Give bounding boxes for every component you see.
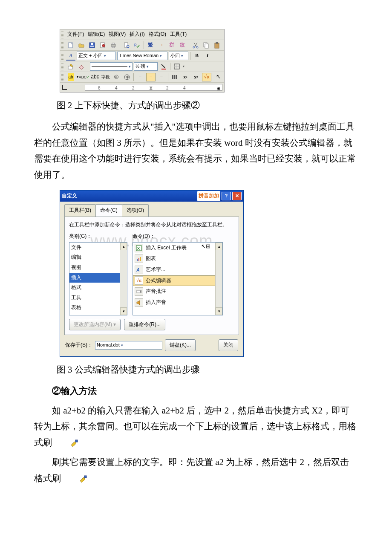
permission-icon[interactable] [98,41,107,49]
modify-selection-button[interactable]: 更改所选内容(M) ▾ [69,319,121,331]
separator [133,73,134,81]
scrollbar[interactable]: ▴ ▾ [120,243,127,315]
eraser-icon[interactable] [77,62,86,71]
category-label: 类别(G)： [69,232,127,241]
toolbar-handle[interactable] [61,63,63,70]
print-preview-icon[interactable] [122,41,131,49]
category-item[interactable]: 编辑 [69,252,127,263]
equation-icon: √α [135,276,143,285]
paste-icon[interactable] [212,41,222,49]
highlight-equals-icon[interactable]: = [146,73,156,81]
dropdown-arrow-icon[interactable]: ▾ [77,74,78,80]
trad-simp-button[interactable]: 繁 [146,41,155,49]
menu-tools[interactable]: 工具(T) [169,29,188,40]
scroll-down-icon[interactable]: ▾ [216,307,222,315]
word-count-icon[interactable]: 字数 [101,73,110,81]
strikethrough-icon[interactable]: abc [90,73,100,81]
command-item[interactable]: 声音批注 [133,286,222,297]
char-shading-icon[interactable]: 字 [122,73,132,81]
separator [120,41,120,49]
category-item[interactable]: Web [69,313,127,315]
category-item[interactable]: 表格 [69,303,127,313]
font-size-combo[interactable]: 小四 [169,52,188,60]
ruler-number: 4 [183,84,186,92]
toolbar-handle[interactable] [61,73,63,81]
category-item[interactable]: 格式 [69,283,127,293]
rearrange-commands-button[interactable]: 重排命令(R)... [124,319,165,331]
menu-edit[interactable]: 编辑(E) [86,29,106,40]
line-weight-combo[interactable]: ½ 磅 [134,62,158,71]
help-button[interactable]: ? [222,192,231,200]
insert-table-icon[interactable]: ⊞ [216,84,220,93]
spellcheck-icon[interactable]: Ꮢ [133,41,142,49]
category-listbox[interactable]: 文件 编辑 视图 插入 格式 工具 表格 Web 窗口和帮助 绘图 自选图形 ▴ [69,242,127,315]
close-button[interactable]: 关闭 [219,339,238,351]
toolbar-handle[interactable] [61,52,63,60]
menu-view[interactable]: 视图(V) [107,29,127,40]
dropdown-arrow-icon[interactable]: ▾ [183,64,184,69]
enclose-char-icon[interactable]: ⓐ [112,73,121,81]
indent-marker-icon[interactable]: ⧗ [149,84,153,93]
svg-rect-28 [176,75,177,79]
word-toolbar-screenshot: 文件(F) 编辑(E) 视图(V) 插入(I) 格式(O) 工具(T) [60,29,225,92]
italic-button[interactable]: I [203,52,212,60]
phonetic-icon[interactable]: 拼 [167,41,176,49]
save-icon[interactable] [87,41,97,49]
command-item[interactable]: A 艺术字... [133,264,222,275]
new-doc-icon[interactable] [66,41,75,49]
toolbar-handle[interactable] [61,41,63,49]
font-combo[interactable]: Times New Roman [117,52,167,60]
copy-icon[interactable] [202,41,211,49]
highlight-icon[interactable]: ab [66,73,75,81]
styles-pane-icon[interactable]: A [66,52,75,61]
bold-button[interactable]: B [192,52,202,60]
toolbar-handle[interactable] [61,31,63,38]
command-item[interactable]: 图表 [133,253,222,264]
ime-indicator[interactable]: 拼音加加 [197,191,220,201]
menu-file[interactable]: 文件(F) [66,29,85,40]
open-icon[interactable] [77,41,86,49]
style-combo[interactable]: 正文 + 小四 [77,52,116,60]
char-border-icon[interactable]: 纹 [178,41,187,49]
equation-editor-button[interactable]: √α [202,73,211,81]
category-item[interactable]: 文件 [69,243,127,253]
subscript-button[interactable]: x2 [191,73,201,81]
close-window-button[interactable]: ✕ [232,192,242,200]
dialog-titlebar[interactable]: 自定义 拼音加加 ? ✕ [60,191,243,202]
tab-commands[interactable]: 命令(C) [95,204,122,217]
spellcheck-abc-icon[interactable]: ABC✓ [80,73,89,81]
tab-toolbars[interactable]: 工具栏(B) [64,204,96,217]
category-item[interactable]: 工具 [69,293,127,303]
conv-arrow-icon[interactable]: → [156,41,166,49]
commands-label: 命令(D)： [133,232,223,241]
cut-icon[interactable] [191,41,200,49]
ruler[interactable]: 6 4 2 ⧗ 2 4 ⊞ [60,83,224,92]
border-color-icon[interactable] [159,62,168,71]
scroll-up-icon[interactable]: ▴ [120,243,127,250]
dialog-title: 自定义 [62,191,77,201]
scrollbar[interactable]: ▴ ▾ [215,243,222,315]
commands-listbox[interactable]: X 插入 Excel 工作表 图表 A [133,242,223,315]
category-item-selected[interactable]: 插入 [69,273,127,283]
tab-options[interactable]: 选项(O) [122,204,149,217]
superscript-button[interactable]: x2 [181,73,190,81]
svg-rect-2 [91,43,93,45]
line-style-combo[interactable] [90,62,133,71]
customize-dialog-screenshot: 自定义 拼音加加 ? ✕ 工具栏(B) 命令(C) 选项(O) www.bdoc… [60,190,244,357]
save-in-combo[interactable]: Normal.dot [95,341,162,350]
print-icon[interactable] [109,41,118,49]
equals-icon[interactable]: = [135,73,145,81]
equals2-icon[interactable]: = [157,73,166,81]
draw-table-icon[interactable] [66,62,75,71]
scroll-down-icon[interactable]: ▾ [120,307,127,315]
hint-text: 在工具栏中添加新命令：选择类别并将命令从此对话框拖放至工具栏。 [69,220,234,230]
scroll-up-icon[interactable]: ▴ [216,243,222,250]
command-item[interactable]: 插入声音 [133,297,222,308]
columns-icon[interactable] [170,73,179,81]
keyboard-button[interactable]: 键盘(K)... [165,339,196,351]
category-item[interactable]: 视图 [69,263,127,273]
menu-format[interactable]: 格式(O) [147,29,167,40]
outside-border-icon[interactable] [172,62,182,71]
command-item-selected[interactable]: √α 公式编辑器 ↖⊞ [133,275,222,286]
menu-insert[interactable]: 插入(I) [128,29,146,40]
